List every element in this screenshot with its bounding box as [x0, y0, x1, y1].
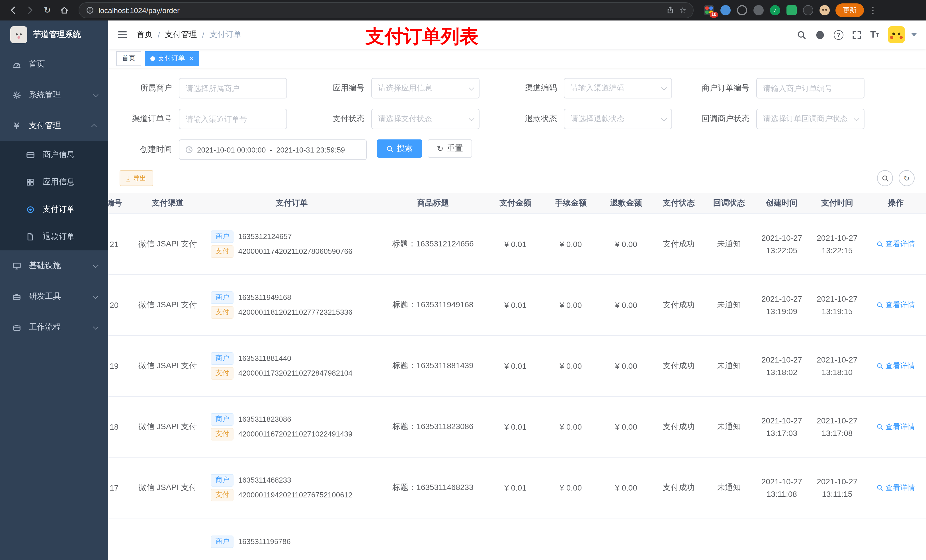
logo-avatar — [10, 26, 27, 43]
site-info-icon[interactable] — [86, 6, 94, 14]
help-icon[interactable]: ? — [834, 30, 843, 39]
create-time-range-picker[interactable]: 2021-10-01 00:00:00 - 2021-10-31 23:59:5… — [179, 139, 367, 160]
extension-icon[interactable]: ✓ — [770, 5, 780, 15]
col-amount: 支付金额 — [488, 193, 543, 213]
extension-icon[interactable] — [787, 5, 797, 15]
sidebar-item-merchant-info[interactable]: 商户信息 — [0, 141, 108, 169]
browser-menu-icon[interactable]: ⋮ — [867, 5, 879, 15]
export-button-label: 导出 — [133, 173, 146, 183]
sidebar-item-pay[interactable]: ￥ 支付管理 — [0, 110, 108, 141]
range-end-value: 2021-10-31 23:59:59 — [276, 145, 345, 154]
cell-id: 19 — [108, 335, 130, 396]
notify-status-select[interactable]: 请选择订单回调商户状态 — [756, 109, 864, 129]
filter-refund-status: 退款状态 请选择退款状态 — [505, 109, 672, 129]
view-detail-link[interactable]: 查看详情 — [876, 361, 915, 371]
merchant-order-no-input[interactable] — [756, 78, 864, 98]
extensions-pin-icon[interactable] — [803, 5, 813, 15]
sidebar-item-devtools[interactable]: 研发工具 — [0, 281, 108, 312]
browser-update-button[interactable]: 更新 — [835, 3, 864, 17]
breadcrumb-pay[interactable]: 支付管理 — [165, 30, 197, 40]
browser-back-icon[interactable] — [6, 3, 21, 18]
extension-icon[interactable]: 10 — [704, 5, 714, 15]
filter-label: 渠道订单号 — [120, 114, 179, 124]
tab-home[interactable]: 首页 — [116, 51, 141, 66]
sidebar-item-app-info[interactable]: 应用信息 — [0, 169, 108, 196]
channel-code-select[interactable]: 请输入渠道编码 — [564, 78, 672, 98]
cell-order: 商户1635311468233 支付4200001194202110276752… — [205, 457, 378, 518]
cell-title: 标题：1635312124656 — [378, 213, 488, 274]
cell-amount — [488, 518, 543, 560]
bookmark-star-icon[interactable]: ☆ — [679, 6, 686, 15]
sidebar-item-refund-order[interactable]: 退款订单 — [0, 223, 108, 251]
cell-id — [108, 518, 130, 560]
filter-notify-status: 回调商户状态 请选择订单回调商户状态 — [697, 109, 864, 129]
merchant-tag: 商户 — [211, 230, 234, 243]
search-button[interactable]: 搜索 — [377, 139, 422, 158]
refresh-table-button[interactable]: ↻ — [899, 170, 915, 186]
view-detail-link[interactable]: 查看详情 — [876, 482, 915, 492]
cell-order: 商户1635312124657 支付4200001174202110278060… — [205, 213, 378, 274]
cell-refund — [599, 518, 654, 560]
user-avatar[interactable] — [888, 26, 905, 43]
cell-refund: ¥ 0.00 — [599, 213, 654, 274]
pay-tag: 支付 — [211, 428, 234, 440]
col-notify: 回调状态 — [704, 193, 754, 213]
toggle-search-button[interactable] — [877, 170, 893, 186]
close-icon[interactable]: × — [189, 54, 193, 62]
view-detail-link[interactable]: 查看详情 — [876, 239, 915, 249]
view-detail-label: 查看详情 — [885, 361, 915, 371]
cell-create-time: 2021-10-2713:19:09 — [754, 274, 809, 335]
chevron-down-icon — [469, 85, 474, 90]
cell-actions: 查看详情 — [865, 457, 926, 518]
app-select[interactable]: 请选择应用信息 — [371, 78, 480, 98]
fullscreen-icon[interactable] — [852, 30, 862, 39]
sidebar-item-workflow[interactable]: 工作流程 — [0, 312, 108, 343]
pay-status-select[interactable]: 请选择支付状态 — [371, 109, 480, 129]
browser-forward-icon[interactable] — [23, 3, 38, 18]
table-header-row: 编号 支付渠道 支付订单 商品标题 支付金额 手续金额 退款金额 支付状态 回调… — [108, 193, 926, 213]
view-detail-link[interactable]: 查看详情 — [876, 421, 915, 432]
cell-create-time — [754, 518, 809, 560]
sidebar-item-infra[interactable]: 基础设施 — [0, 251, 108, 281]
extension-icon[interactable] — [737, 5, 747, 15]
merchant-input[interactable] — [179, 78, 287, 98]
url-text[interactable]: localhost:1024/pay/order — [98, 6, 662, 15]
merchant-input-field[interactable] — [186, 84, 280, 92]
sidebar-fold-icon[interactable] — [117, 30, 127, 40]
address-bar[interactable]: localhost:1024/pay/order ☆ — [79, 2, 694, 18]
filter-app: 应用编号 请选择应用信息 — [312, 78, 480, 98]
search-icon[interactable] — [797, 30, 806, 39]
github-icon[interactable] — [815, 30, 825, 40]
view-detail-link[interactable]: 查看详情 — [876, 300, 915, 310]
sidebar-item-system[interactable]: 系统管理 — [0, 80, 108, 110]
filter-label: 创建时间 — [120, 145, 179, 155]
cell-amount: ¥ 0.01 — [488, 457, 543, 518]
export-button[interactable]: ↓ 导出 — [120, 170, 153, 186]
sidebar-item-pay-order[interactable]: 支付订单 — [0, 196, 108, 223]
filter-row-3: 创建时间 2021-10-01 00:00:00 - 2021-10-31 23… — [120, 139, 915, 160]
extension-icon[interactable] — [720, 5, 731, 15]
browser-profile-avatar[interactable] — [820, 5, 830, 15]
merchant-order-no-field[interactable] — [763, 84, 858, 92]
share-icon[interactable] — [667, 6, 675, 14]
user-menu-caret-icon[interactable] — [911, 33, 917, 36]
view-detail-label: 查看详情 — [885, 421, 915, 432]
reset-button[interactable]: ↻ 重置 — [428, 139, 472, 158]
browser-reload-icon[interactable]: ↻ — [40, 3, 54, 18]
extension-icon[interactable] — [754, 5, 764, 15]
cell-fee: ¥ 0.00 — [543, 396, 598, 457]
sidebar-logo[interactable]: 芋道管理系统 — [0, 21, 108, 49]
merchant-tag: 商户 — [211, 474, 234, 486]
col-pay-time: 支付时间 — [809, 193, 865, 213]
tab-pay-order[interactable]: 支付订单 × — [145, 51, 199, 66]
refund-status-select[interactable]: 请选择退款状态 — [564, 109, 672, 129]
browser-home-icon[interactable] — [57, 3, 72, 18]
cell-id: 18 — [108, 396, 130, 457]
channel-order-no-field[interactable] — [186, 115, 280, 123]
breadcrumb-home[interactable]: 首页 — [137, 30, 153, 40]
sidebar-item-label: 支付管理 — [29, 121, 61, 131]
cell-channel — [130, 518, 205, 560]
font-size-icon[interactable]: TT — [870, 30, 879, 40]
channel-order-no-input[interactable] — [179, 109, 287, 129]
sidebar-item-home[interactable]: 首页 — [0, 49, 108, 80]
